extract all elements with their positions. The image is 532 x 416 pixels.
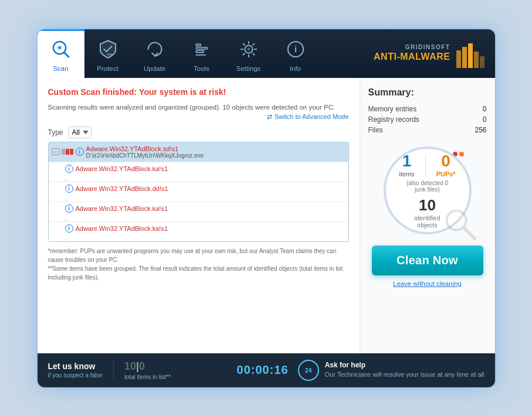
nav-label-tools: Tools bbox=[194, 65, 209, 72]
info-icon: i bbox=[283, 36, 309, 62]
gauge-total-label1: identified bbox=[414, 214, 440, 221]
svg-point-5 bbox=[109, 53, 110, 54]
footer-section-letusknow: Let us know if you suspect a false bbox=[48, 362, 103, 379]
logo-text-big: ANTI-MALWARE bbox=[374, 51, 450, 63]
result-row-main[interactable]: − i Adware.Win32.YTAdBlock.sd!s1 D:\ir2\… bbox=[49, 142, 348, 162]
gauge-total: 10 identified objects bbox=[414, 196, 440, 229]
result-row-child-2[interactable]: i Adware.Win32.YTAdBlock.dd!s1 bbox=[49, 182, 348, 195]
result-row-child-4[interactable]: i Adware.Win32.YTAdBlock.ka!s1 bbox=[49, 221, 348, 235]
svg-line-21 bbox=[464, 228, 475, 238]
switch-mode-link[interactable]: ⇄ Switch to Advanced Mode bbox=[48, 113, 349, 121]
gauge-pups-label: PUPs* bbox=[436, 171, 456, 178]
nav-label-settings: Settings bbox=[236, 65, 261, 72]
gauge-row-1: 1 items 0 PUPs* bbox=[399, 152, 455, 178]
cb-gray bbox=[62, 149, 65, 155]
app-window: Scan Protect Upda bbox=[38, 29, 495, 387]
footer-let-us-sub: if you suspect a false bbox=[48, 372, 103, 379]
footer-section-count: 10|0 total items in list** bbox=[124, 360, 171, 380]
logo-area: GRIDINSOFT ANTI-MALWARE bbox=[364, 29, 494, 78]
result-row-child-1[interactable]: i Adware.Win32.YTAdBlock.ka!s1 bbox=[49, 162, 348, 175]
svg-point-3 bbox=[58, 46, 60, 49]
dotdot-3: .. bbox=[49, 215, 348, 221]
nav-item-protect[interactable]: Protect bbox=[84, 29, 131, 78]
gauge-area: 1 items 0 PUPs* (also detected 0 junk fi… bbox=[381, 144, 475, 237]
nav-item-scan[interactable]: Scan bbox=[38, 29, 84, 78]
gauge-items-label: items bbox=[399, 171, 414, 178]
footnotes: *remember: PUPs are unwanted programs yo… bbox=[48, 247, 349, 282]
nav-item-update[interactable]: Update bbox=[131, 29, 178, 78]
main-threat-name: Adware.Win32.YTAdBlock.sd!s1 bbox=[86, 145, 204, 152]
svg-rect-19 bbox=[480, 56, 484, 68]
magnifier-icon bbox=[445, 209, 477, 241]
filter-row: Type All bbox=[48, 127, 349, 138]
tools-icon bbox=[189, 36, 215, 62]
gauge-pups-num: 0 bbox=[436, 152, 456, 171]
scan-title: Custom Scan finished: Your system is at … bbox=[48, 87, 349, 97]
child-info-icon-3[interactable]: i bbox=[65, 204, 73, 213]
summary-val-files: 256 bbox=[475, 126, 486, 134]
nav-item-tools[interactable]: Tools bbox=[178, 29, 225, 78]
footnote-2: **Some items have been grouped. The fina… bbox=[48, 264, 349, 282]
gauge-divider bbox=[425, 154, 426, 178]
threat-info-icon[interactable]: i bbox=[76, 148, 84, 156]
svg-rect-15 bbox=[456, 50, 461, 68]
svg-rect-9 bbox=[196, 50, 204, 52]
result-row-child-3[interactable]: i Adware.Win32.YTAdBlock.ka!s1 bbox=[49, 202, 348, 215]
content-area: Custom Scan finished: Your system is at … bbox=[38, 78, 495, 353]
svg-point-6 bbox=[111, 53, 112, 54]
child-threat-2: Adware.Win32.YTAdBlock.dd!s1 bbox=[76, 185, 168, 192]
nav-item-info[interactable]: i Info bbox=[272, 29, 319, 78]
leave-without-cleaning-link[interactable]: Leave without cleaning bbox=[393, 280, 462, 287]
scan-title-risk: Your system is at risk! bbox=[139, 87, 226, 97]
cb-red bbox=[66, 149, 69, 155]
ask-for-help-label: Ask for help bbox=[325, 361, 365, 369]
svg-rect-8 bbox=[196, 44, 201, 46]
footer-count: 10|0 bbox=[124, 360, 171, 373]
dotdot-1: .. bbox=[49, 175, 348, 182]
help-area: 24 Ask for help Our Technicians will res… bbox=[298, 360, 484, 381]
summary-row-files: Files 256 bbox=[368, 125, 487, 135]
child-info-icon-4[interactable]: i bbox=[65, 224, 73, 233]
svg-text:i: i bbox=[294, 44, 296, 53]
summary-table: Memory entries 0 Registry records 0 File… bbox=[368, 104, 487, 135]
nav-label-scan: Scan bbox=[53, 65, 68, 72]
svg-point-4 bbox=[107, 53, 108, 54]
child-info-icon-2[interactable]: i bbox=[65, 185, 73, 193]
dot-orange bbox=[459, 152, 464, 156]
result-group: − i Adware.Win32.YTAdBlock.sd!s1 D:\ir2\… bbox=[49, 142, 348, 241]
child-threat-1: Adware.Win32.YTAdBlock.ka!s1 bbox=[76, 165, 168, 172]
child-threat-3: Adware.Win32.YTAdBlock.ka!s1 bbox=[76, 205, 168, 212]
scan-title-static: Custom Scan finished: bbox=[48, 87, 137, 97]
logo-text-small: GRIDINSOFT bbox=[374, 43, 450, 51]
nav-label-info: Info bbox=[290, 65, 301, 72]
expand-btn[interactable]: − bbox=[52, 148, 59, 155]
right-panel: Summary: Memory entries 0 Registry recor… bbox=[360, 78, 495, 353]
cb-red2 bbox=[70, 149, 73, 155]
gauge-detected: (also detected 0 junk files) bbox=[406, 180, 448, 193]
clean-now-button[interactable]: Clean Now bbox=[372, 245, 483, 275]
nav-bar: Scan Protect Upda bbox=[38, 29, 495, 78]
footer-count-label: total items in list** bbox=[124, 374, 171, 380]
results-list: − i Adware.Win32.YTAdBlock.sd!s1 D:\ir2\… bbox=[48, 142, 349, 242]
main-threat-path: D:\ir2\ir\in\bdChTTLMytUn\WKkqXJogmz.exe bbox=[86, 152, 204, 159]
dotdot-2: .. bbox=[49, 195, 348, 202]
color-blocks bbox=[62, 149, 73, 155]
gauge-total-num: 10 bbox=[414, 196, 440, 214]
gauge-items-num: 1 bbox=[399, 152, 414, 171]
left-panel: Custom Scan finished: Your system is at … bbox=[38, 78, 360, 353]
filter-select[interactable]: All bbox=[68, 127, 92, 138]
help-text: Ask for help Our Technicians will resolv… bbox=[325, 360, 484, 379]
svg-rect-7 bbox=[196, 47, 208, 49]
nav-label-update: Update bbox=[144, 65, 165, 72]
child-info-icon-1[interactable]: i bbox=[65, 165, 73, 173]
settings-icon bbox=[236, 36, 262, 62]
dotdot-4: .. bbox=[49, 235, 348, 241]
filter-type-label: Type bbox=[48, 128, 63, 137]
nav-label-protect: Protect bbox=[97, 65, 118, 72]
gauge-pups: 0 PUPs* bbox=[436, 152, 456, 178]
summary-row-registry: Registry records 0 bbox=[368, 114, 487, 125]
footer: Let us know if you suspect a false 10|0 … bbox=[38, 353, 495, 387]
nav-item-settings[interactable]: Settings bbox=[225, 29, 272, 78]
svg-rect-18 bbox=[474, 52, 479, 68]
summary-label-memory: Memory entries bbox=[368, 105, 417, 113]
